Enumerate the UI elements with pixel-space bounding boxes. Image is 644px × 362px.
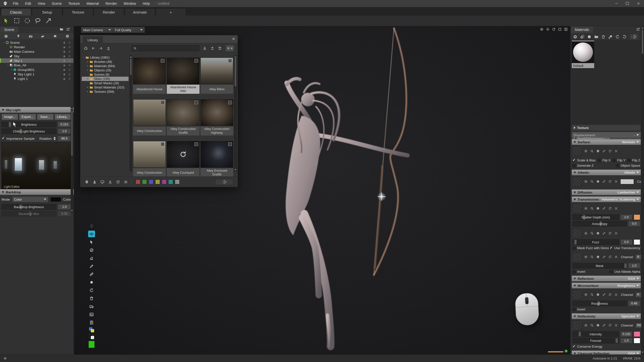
library-item-label[interactable]: Alley Enclosed Graffiti	[200, 168, 233, 177]
library-item[interactable]: Alley Construction Highway	[200, 99, 233, 135]
folder-expander[interactable]: +	[87, 65, 90, 67]
map-search-icon[interactable]	[590, 293, 594, 296]
brightness-value[interactable]: 0.151	[58, 122, 71, 127]
lock-icon[interactable]	[63, 68, 66, 71]
generate-z-checkbox[interactable]: Generate Z	[572, 164, 594, 167]
albedo-map-thumbnail[interactable]	[572, 177, 582, 186]
filter-cameras-icon[interactable]	[29, 34, 33, 38]
map-reload-icon[interactable]	[608, 293, 612, 296]
library-item-label[interactable]: Alley Courtyard	[167, 168, 199, 177]
scene-tree-row[interactable]: Render	[0, 45, 73, 49]
map-search-icon[interactable]	[590, 232, 594, 235]
library-item-thumbnail[interactable]	[167, 58, 199, 84]
fresnel-color-swatch[interactable]	[634, 338, 640, 343]
menu-item[interactable]: Edit	[22, 0, 34, 7]
gizmo-icon[interactable]	[546, 27, 550, 31]
downloads-filter-icon[interactable]	[108, 180, 112, 184]
delete-icon[interactable]	[88, 295, 95, 301]
tag-color-swatch[interactable]	[142, 179, 147, 184]
map-search-icon[interactable]	[590, 149, 594, 153]
map-edit-icon[interactable]	[602, 180, 606, 183]
forward-icon[interactable]	[99, 46, 103, 50]
library-item-label[interactable]: Alley Bikes	[200, 85, 233, 94]
texture-section-header[interactable]: Texture	[572, 125, 641, 131]
workspace-tab[interactable]: Render	[94, 8, 124, 16]
clear-mask-icon[interactable]	[88, 247, 95, 253]
fuzz-value[interactable]: 0.0	[620, 239, 632, 245]
library-folder-row[interactable]: + Skies (199)	[82, 77, 129, 81]
tag-color-swatch[interactable]	[136, 179, 140, 184]
delete-icon[interactable]	[218, 46, 222, 50]
eraser-tool-icon[interactable]	[88, 255, 95, 261]
surface-mode-dropdown[interactable]: Normals	[622, 140, 639, 144]
lock-icon[interactable]	[63, 59, 66, 62]
fuzz-map-thumbnail[interactable]	[572, 229, 582, 238]
mask-map-thumbnail[interactable]	[572, 252, 582, 262]
map-reload-icon[interactable]	[608, 180, 612, 183]
brush-tip-icon[interactable]	[88, 279, 95, 285]
ellipse-select-icon[interactable]	[24, 18, 31, 24]
scatter-map-thumbnail[interactable]	[572, 204, 582, 213]
image-tool-icon[interactable]	[88, 311, 95, 318]
tag-color-swatch[interactable]	[162, 179, 167, 184]
duplicate-material-icon[interactable]	[580, 35, 584, 39]
map-reload-icon[interactable]	[608, 324, 612, 327]
local-library-icon[interactable]	[100, 180, 104, 184]
up-directory-icon[interactable]	[106, 46, 110, 50]
visibility-icon[interactable]	[68, 55, 71, 58]
diffusion-section-header[interactable]: Diffusion:Lambertian	[572, 189, 641, 195]
use-translucency-checkbox[interactable]: Use Translucency	[610, 246, 640, 250]
menu-item[interactable]: View	[34, 0, 49, 7]
folder-expander[interactable]: +	[87, 69, 90, 72]
flip-x-checkbox[interactable]: Flip X	[597, 158, 611, 162]
minimize-button[interactable]	[611, 0, 622, 7]
anisotropy-slider[interactable]: Anisotropy	[572, 221, 627, 227]
map-settings-icon[interactable]	[584, 180, 588, 183]
library-item-thumbnail[interactable]	[200, 141, 233, 168]
mask-fuzz-gloss-checkbox[interactable]: Mask Fuzz with Gloss	[572, 246, 609, 250]
transmission-section-header[interactable]: Transmission:Volumetric Scattering	[572, 196, 641, 202]
menu-item[interactable]: File	[10, 0, 22, 7]
scene-tree-row[interactable]: Sky Light 1	[0, 72, 73, 76]
map-reload-icon[interactable]	[608, 207, 612, 210]
undo-icon[interactable]	[88, 287, 95, 293]
reflection-mode-dropdown[interactable]: GGX	[628, 277, 639, 281]
map-search-icon[interactable]	[590, 207, 594, 210]
item-checkbox[interactable]	[161, 101, 165, 104]
tree-expander[interactable]: −	[3, 41, 6, 44]
library-item[interactable]: Abandoned House Attic	[167, 58, 199, 94]
scene-tree-row[interactable]: − Bow_All	[0, 63, 73, 67]
scatter-depth-slider[interactable]: Scatter Depth (mm)	[572, 214, 619, 220]
folder-expander[interactable]: +	[87, 60, 90, 63]
split-layout-icon[interactable]	[564, 27, 568, 31]
tag-color-swatch[interactable]	[155, 179, 160, 184]
toolbag-library-icon[interactable]	[85, 180, 89, 184]
material-item-default[interactable]: Default	[572, 41, 594, 68]
object-space-checkbox[interactable]: Object Space	[616, 164, 640, 167]
filter-materials-icon[interactable]	[65, 34, 69, 38]
tag-color-swatch[interactable]	[175, 179, 180, 184]
view-options-button[interactable]	[225, 45, 234, 52]
workspace-tab[interactable]: Classic	[1, 8, 31, 16]
item-checkbox[interactable]	[194, 59, 198, 63]
library-search-input[interactable]	[132, 45, 199, 51]
backdrop-mode-dropdown[interactable]: Color	[12, 196, 48, 202]
invert-roughness-checkbox[interactable]: Invert	[572, 307, 585, 311]
import-icon[interactable]	[203, 46, 207, 50]
material-thumb-size-slider[interactable]: - / +	[629, 34, 638, 40]
close-button[interactable]	[633, 0, 644, 7]
add-folder-icon[interactable]	[60, 27, 63, 31]
material-folder-icon[interactable]	[594, 35, 598, 39]
library-item[interactable]: Alley Bikes	[200, 58, 233, 94]
play-cursor-icon[interactable]	[3, 18, 10, 24]
lock-icon[interactable]	[63, 77, 66, 80]
backdrop-color-swatch[interactable]	[50, 197, 61, 202]
roughness-value[interactable]: 0.46	[628, 301, 640, 306]
invert-checkbox[interactable]: Invert	[572, 270, 585, 274]
library-grid-scrollbar[interactable]	[234, 55, 237, 171]
library-item[interactable]: Alley Construction Graffiti	[167, 99, 199, 135]
specular-color-swatch[interactable]	[634, 331, 640, 337]
map-settings-icon[interactable]	[584, 149, 588, 153]
map-paint-icon[interactable]	[596, 149, 600, 153]
maximize-button[interactable]	[622, 0, 633, 7]
